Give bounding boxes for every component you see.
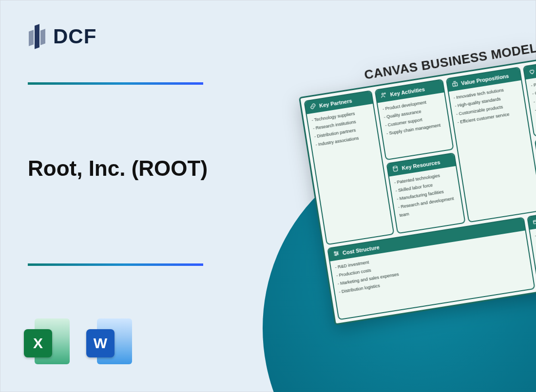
file-type-icons: X W: [24, 317, 135, 366]
block-label: Key Partners: [319, 98, 352, 109]
brand-logo: DCF: [28, 22, 96, 51]
gift-icon: [451, 80, 459, 89]
word-icon: W: [86, 317, 135, 366]
sliders-icon: [332, 250, 340, 259]
canvas-preview: CANVAS BUSINESS MODEL Key Partners Techn…: [296, 30, 536, 325]
svg-point-2: [393, 166, 398, 168]
link-icon: [309, 102, 317, 111]
block-items: Patented technologies Skilled labor forc…: [389, 166, 463, 224]
svg-point-1: [384, 93, 386, 94]
card-icon: [532, 218, 536, 227]
divider-top: [28, 82, 203, 85]
promo-card: DCF Root, Inc. (ROOT) X W CANVAS BUSINES…: [0, 0, 536, 392]
people-icon: [380, 91, 388, 100]
canvas-board: Key Partners Technology suppliers Resear…: [299, 49, 536, 325]
brand-logo-mark: [28, 22, 48, 51]
database-icon: [392, 165, 400, 173]
svg-point-0: [382, 93, 384, 95]
block-key-resources: Key Resources Patented technologies Skil…: [386, 152, 466, 234]
heart-icon: [528, 68, 536, 76]
page-title: Root, Inc. (ROOT): [28, 156, 208, 181]
block-key-activities: Key Activities Product development Quali…: [375, 79, 454, 160]
excel-icon: X: [24, 317, 73, 366]
divider-bottom: [28, 263, 203, 266]
brand-logo-text: DCF: [53, 25, 96, 48]
